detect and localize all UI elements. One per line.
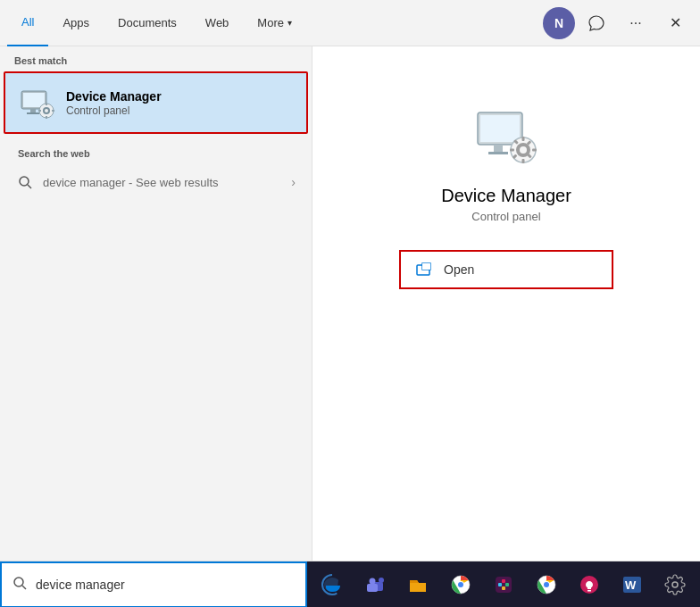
more-button[interactable]: ··· <box>618 5 654 41</box>
feedback-button[interactable] <box>579 5 614 41</box>
svg-rect-9 <box>38 110 41 112</box>
best-match-subtitle: Control panel <box>66 104 162 117</box>
avatar[interactable]: N <box>543 7 575 39</box>
close-button[interactable]: ✕ <box>657 5 693 41</box>
svg-rect-21 <box>522 159 525 163</box>
svg-line-32 <box>22 586 26 589</box>
svg-rect-42 <box>505 583 509 586</box>
taskbar: W <box>307 561 700 608</box>
tab-apps[interactable]: Apps <box>48 0 104 46</box>
svg-point-31 <box>14 578 23 586</box>
tab-more[interactable]: More ▾ <box>243 0 306 46</box>
svg-point-6 <box>45 109 48 112</box>
svg-rect-40 <box>496 577 512 593</box>
tab-all[interactable]: All <box>7 0 48 46</box>
taskbar-settings[interactable] <box>655 565 695 604</box>
svg-point-47 <box>544 582 549 587</box>
tab-documents[interactable]: Documents <box>104 0 191 46</box>
nav-tabs: All Apps Documents Web More ▾ N ··· <box>0 0 700 46</box>
right-panel: Device Manager Control panel Open <box>312 46 700 561</box>
svg-rect-30 <box>422 263 430 270</box>
svg-rect-16 <box>488 152 508 154</box>
taskbar-teams[interactable] <box>355 565 395 604</box>
svg-rect-14 <box>480 115 520 142</box>
app-detail-title: Device Manager <box>441 186 571 206</box>
tab-web[interactable]: Web <box>191 0 244 46</box>
svg-rect-43 <box>502 579 505 583</box>
taskbar-word[interactable]: W <box>612 565 652 604</box>
arrow-right-icon: › <box>291 175 296 189</box>
open-button[interactable]: Open <box>399 250 613 289</box>
search-icon <box>16 173 34 191</box>
web-search-section: Search the web device manager - See web … <box>0 134 312 204</box>
svg-rect-15 <box>494 145 503 152</box>
web-search-text: device manager - See web results <box>43 176 291 189</box>
svg-rect-41 <box>498 583 502 586</box>
taskbar-edge[interactable] <box>312 565 352 604</box>
search-panel: All Apps Documents Web More ▾ N ··· <box>0 0 700 607</box>
svg-point-34 <box>379 578 384 583</box>
bottom-bar: W <box>0 561 700 607</box>
taskbar-unknown[interactable] <box>570 565 609 604</box>
main-content: Best match <box>0 46 700 561</box>
device-manager-icon <box>18 84 55 121</box>
svg-rect-10 <box>52 110 54 112</box>
best-match-title: Device Manager <box>66 89 162 104</box>
svg-rect-22 <box>510 149 514 152</box>
close-icon: ✕ <box>670 14 681 31</box>
taskbar-chrome2[interactable] <box>527 565 566 604</box>
ellipsis-icon: ··· <box>629 15 641 31</box>
best-match-text: Device Manager Control panel <box>66 89 162 117</box>
taskbar-slack[interactable] <box>484 565 523 604</box>
svg-point-36 <box>370 578 376 584</box>
svg-rect-44 <box>502 586 505 590</box>
open-label: Open <box>444 262 474 277</box>
svg-rect-35 <box>367 584 378 592</box>
taskbar-chrome[interactable] <box>441 565 480 604</box>
app-detail-icon <box>471 100 542 171</box>
svg-point-19 <box>520 146 527 154</box>
search-input[interactable] <box>36 578 295 592</box>
taskbar-file-explorer[interactable] <box>398 565 438 604</box>
svg-rect-7 <box>46 103 47 105</box>
web-search-label: Search the web <box>4 141 308 164</box>
svg-rect-3 <box>27 112 39 114</box>
search-bar-icon <box>12 576 27 594</box>
search-input-area <box>0 561 307 608</box>
nav-right: N ··· ✕ <box>543 5 693 41</box>
open-window-icon <box>413 259 435 280</box>
feedback-icon <box>588 15 604 31</box>
svg-rect-49 <box>588 590 591 592</box>
chevron-down-icon: ▾ <box>288 18 292 28</box>
best-match-item[interactable]: Device Manager Control panel <box>4 71 308 134</box>
left-panel: Best match <box>0 46 312 561</box>
svg-point-11 <box>20 177 29 186</box>
svg-rect-1 <box>23 93 45 107</box>
svg-rect-23 <box>532 149 537 152</box>
svg-text:W: W <box>625 578 637 592</box>
web-search-item[interactable]: device manager - See web results › <box>4 164 308 200</box>
svg-rect-2 <box>30 109 36 112</box>
svg-rect-20 <box>522 137 525 141</box>
best-match-label: Best match <box>0 46 312 71</box>
svg-point-39 <box>458 582 463 587</box>
svg-rect-8 <box>46 116 47 119</box>
svg-point-52 <box>672 582 678 587</box>
svg-line-12 <box>28 185 31 188</box>
app-detail-subtitle: Control panel <box>471 210 540 223</box>
